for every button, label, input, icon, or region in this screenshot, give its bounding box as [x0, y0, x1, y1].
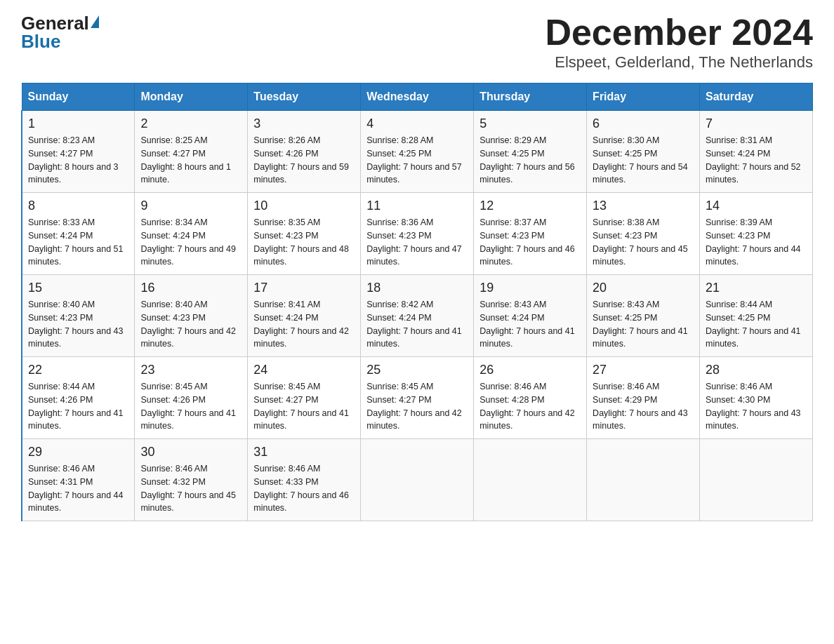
- calendar-cell: 17Sunrise: 8:41 AMSunset: 4:24 PMDayligh…: [248, 275, 361, 357]
- day-number: 5: [479, 116, 581, 131]
- calendar-cell: 6Sunrise: 8:30 AMSunset: 4:25 PMDaylight…: [587, 111, 700, 193]
- day-number: 23: [140, 363, 241, 377]
- calendar-week-row: 8Sunrise: 8:33 AMSunset: 4:24 PMDaylight…: [22, 193, 813, 275]
- calendar-cell: 11Sunrise: 8:36 AMSunset: 4:23 PMDayligh…: [361, 193, 474, 275]
- day-number: 22: [28, 363, 128, 377]
- day-number: 4: [366, 116, 468, 131]
- month-title: December 2024: [545, 14, 813, 51]
- calendar-cell: 4Sunrise: 8:28 AMSunset: 4:25 PMDaylight…: [361, 111, 474, 193]
- day-info: Sunrise: 8:42 AMSunset: 4:24 PMDaylight:…: [366, 298, 468, 351]
- day-info: Sunrise: 8:40 AMSunset: 4:23 PMDaylight:…: [140, 298, 241, 351]
- calendar-cell: 26Sunrise: 8:46 AMSunset: 4:28 PMDayligh…: [474, 357, 587, 439]
- day-number: 18: [366, 281, 468, 295]
- day-number: 12: [479, 199, 581, 213]
- calendar-week-row: 1Sunrise: 8:23 AMSunset: 4:27 PMDaylight…: [22, 111, 813, 193]
- logo: General Blue: [21, 14, 99, 51]
- calendar-cell: 7Sunrise: 8:31 AMSunset: 4:24 PMDaylight…: [700, 111, 813, 193]
- day-info: Sunrise: 8:45 AMSunset: 4:26 PMDaylight:…: [140, 380, 241, 433]
- calendar-cell: 12Sunrise: 8:37 AMSunset: 4:23 PMDayligh…: [474, 193, 587, 275]
- calendar-cell: [474, 439, 587, 521]
- day-number: 15: [28, 281, 128, 295]
- day-info: Sunrise: 8:38 AMSunset: 4:23 PMDaylight:…: [593, 216, 694, 269]
- day-number: 11: [366, 199, 468, 213]
- calendar-cell: 5Sunrise: 8:29 AMSunset: 4:25 PMDaylight…: [474, 111, 587, 193]
- calendar-header-thursday: Thursday: [474, 83, 587, 111]
- logo-general-text: General: [21, 14, 99, 32]
- logo-triangle-icon: [91, 15, 99, 28]
- calendar-cell: 21Sunrise: 8:44 AMSunset: 4:25 PMDayligh…: [700, 275, 813, 357]
- day-info: Sunrise: 8:44 AMSunset: 4:25 PMDaylight:…: [706, 298, 807, 351]
- calendar-cell: 28Sunrise: 8:46 AMSunset: 4:30 PMDayligh…: [700, 357, 813, 439]
- page-header: General Blue December 2024 Elspeet, Geld…: [21, 14, 813, 72]
- title-block: December 2024 Elspeet, Gelderland, The N…: [545, 14, 813, 72]
- logo-blue-text: Blue: [21, 32, 60, 51]
- calendar-cell: 1Sunrise: 8:23 AMSunset: 4:27 PMDaylight…: [22, 111, 135, 193]
- day-info: Sunrise: 8:23 AMSunset: 4:27 PMDaylight:…: [28, 134, 128, 187]
- day-info: Sunrise: 8:46 AMSunset: 4:28 PMDaylight:…: [479, 380, 581, 433]
- day-info: Sunrise: 8:39 AMSunset: 4:23 PMDaylight:…: [706, 216, 807, 269]
- day-number: 10: [253, 199, 355, 213]
- day-number: 13: [593, 199, 694, 213]
- calendar-cell: 10Sunrise: 8:35 AMSunset: 4:23 PMDayligh…: [248, 193, 361, 275]
- calendar-header-tuesday: Tuesday: [248, 83, 361, 111]
- calendar-cell: 22Sunrise: 8:44 AMSunset: 4:26 PMDayligh…: [22, 357, 135, 439]
- day-number: 30: [140, 445, 241, 459]
- day-info: Sunrise: 8:45 AMSunset: 4:27 PMDaylight:…: [253, 380, 355, 433]
- day-info: Sunrise: 8:46 AMSunset: 4:32 PMDaylight:…: [140, 462, 241, 515]
- day-info: Sunrise: 8:40 AMSunset: 4:23 PMDaylight:…: [28, 298, 128, 351]
- day-number: 26: [479, 363, 581, 377]
- day-info: Sunrise: 8:43 AMSunset: 4:24 PMDaylight:…: [479, 298, 581, 351]
- day-number: 6: [593, 116, 694, 131]
- day-number: 19: [479, 281, 581, 295]
- calendar-week-row: 15Sunrise: 8:40 AMSunset: 4:23 PMDayligh…: [22, 275, 813, 357]
- calendar-cell: 29Sunrise: 8:46 AMSunset: 4:31 PMDayligh…: [22, 439, 135, 521]
- calendar-cell: 25Sunrise: 8:45 AMSunset: 4:27 PMDayligh…: [361, 357, 474, 439]
- day-number: 3: [253, 116, 355, 131]
- calendar-cell: 30Sunrise: 8:46 AMSunset: 4:32 PMDayligh…: [135, 439, 248, 521]
- day-number: 27: [593, 363, 694, 377]
- calendar-cell: 2Sunrise: 8:25 AMSunset: 4:27 PMDaylight…: [135, 111, 248, 193]
- calendar-cell: 14Sunrise: 8:39 AMSunset: 4:23 PMDayligh…: [700, 193, 813, 275]
- day-number: 16: [140, 281, 241, 295]
- day-info: Sunrise: 8:46 AMSunset: 4:33 PMDaylight:…: [253, 462, 355, 515]
- day-info: Sunrise: 8:44 AMSunset: 4:26 PMDaylight:…: [28, 380, 128, 433]
- calendar-header-friday: Friday: [587, 83, 700, 111]
- day-info: Sunrise: 8:31 AMSunset: 4:24 PMDaylight:…: [706, 134, 807, 187]
- day-info: Sunrise: 8:46 AMSunset: 4:30 PMDaylight:…: [706, 380, 807, 433]
- calendar-cell: [587, 439, 700, 521]
- calendar-cell: 9Sunrise: 8:34 AMSunset: 4:24 PMDaylight…: [135, 193, 248, 275]
- day-number: 2: [140, 116, 241, 131]
- location-title: Elspeet, Gelderland, The Netherlands: [545, 53, 813, 72]
- calendar-week-row: 22Sunrise: 8:44 AMSunset: 4:26 PMDayligh…: [22, 357, 813, 439]
- day-info: Sunrise: 8:46 AMSunset: 4:31 PMDaylight:…: [28, 462, 128, 515]
- day-number: 17: [253, 281, 355, 295]
- day-number: 9: [140, 199, 241, 213]
- calendar-cell: 13Sunrise: 8:38 AMSunset: 4:23 PMDayligh…: [587, 193, 700, 275]
- day-number: 25: [366, 363, 468, 377]
- calendar-header-monday: Monday: [135, 83, 248, 111]
- day-info: Sunrise: 8:33 AMSunset: 4:24 PMDaylight:…: [28, 216, 128, 269]
- calendar-header-sunday: Sunday: [22, 83, 135, 111]
- day-info: Sunrise: 8:36 AMSunset: 4:23 PMDaylight:…: [366, 216, 468, 269]
- calendar-cell: 20Sunrise: 8:43 AMSunset: 4:25 PMDayligh…: [587, 275, 700, 357]
- day-info: Sunrise: 8:43 AMSunset: 4:25 PMDaylight:…: [593, 298, 694, 351]
- calendar-cell: 23Sunrise: 8:45 AMSunset: 4:26 PMDayligh…: [135, 357, 248, 439]
- day-info: Sunrise: 8:28 AMSunset: 4:25 PMDaylight:…: [366, 134, 468, 187]
- day-info: Sunrise: 8:26 AMSunset: 4:26 PMDaylight:…: [253, 134, 355, 187]
- calendar-cell: [361, 439, 474, 521]
- calendar-table: SundayMondayTuesdayWednesdayThursdayFrid…: [21, 83, 813, 521]
- day-number: 21: [706, 281, 807, 295]
- day-number: 31: [253, 445, 355, 459]
- day-number: 29: [28, 445, 128, 459]
- calendar-cell: 15Sunrise: 8:40 AMSunset: 4:23 PMDayligh…: [22, 275, 135, 357]
- calendar-cell: 31Sunrise: 8:46 AMSunset: 4:33 PMDayligh…: [248, 439, 361, 521]
- day-info: Sunrise: 8:41 AMSunset: 4:24 PMDaylight:…: [253, 298, 355, 351]
- day-info: Sunrise: 8:37 AMSunset: 4:23 PMDaylight:…: [479, 216, 581, 269]
- calendar-header-row: SundayMondayTuesdayWednesdayThursdayFrid…: [22, 83, 813, 111]
- day-info: Sunrise: 8:30 AMSunset: 4:25 PMDaylight:…: [593, 134, 694, 187]
- day-info: Sunrise: 8:34 AMSunset: 4:24 PMDaylight:…: [140, 216, 241, 269]
- logo-blue-label: Blue: [21, 31, 60, 52]
- day-info: Sunrise: 8:45 AMSunset: 4:27 PMDaylight:…: [366, 380, 468, 433]
- calendar-week-row: 29Sunrise: 8:46 AMSunset: 4:31 PMDayligh…: [22, 439, 813, 521]
- day-number: 8: [28, 199, 128, 213]
